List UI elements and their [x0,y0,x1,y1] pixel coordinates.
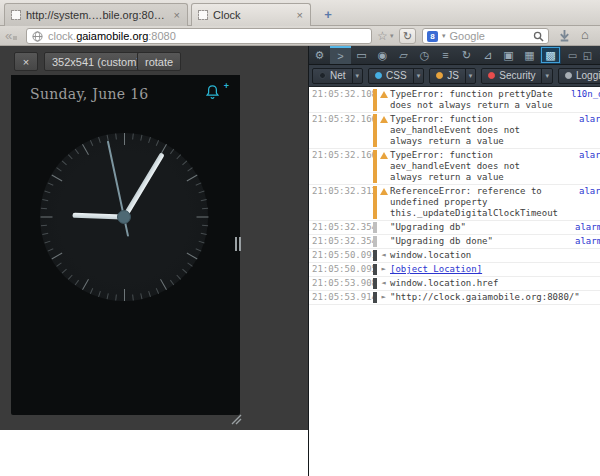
console-row: 21:05:53.914►"http://clock.gaiamobile.or… [309,291,600,305]
search-engine-dropdown-icon[interactable]: ▾ [442,32,446,40]
clear-icon[interactable]: ⊿ [477,46,498,64]
navigation-toolbar: « clock.gaiamobile.org:8080 ☆ ▾ ↻ 8 ▾ Go… [0,26,600,46]
alarm-bell-icon [204,83,221,101]
source-file-link[interactable]: alar [579,150,600,161]
profiler-icon[interactable]: ◷ [414,46,435,64]
style-editor-icon[interactable]: ▱ [393,46,414,64]
timestamp: 21:05:32.354 [309,236,373,247]
search-engine-icon[interactable]: 8 [427,31,438,42]
filter-button-net[interactable]: Net▾ [312,68,363,84]
console-message: TypeError: function prettyDatedoes not a… [390,89,553,111]
console-row: 21:05:32.166TypeError: functionaev_handl… [309,113,600,149]
filter-label: Net [330,70,346,81]
console-message: "Upgrading db" [390,222,466,233]
console-output: 21:05:32.108TypeError: function prettyDa… [309,88,600,476]
console-row: 21:05:50.095►[object Location] [309,263,600,277]
search-input[interactable]: 8 ▾ Google [422,28,549,44]
console-message: window.location [390,250,471,261]
analog-clock [38,131,210,303]
filter-dropdown-icon[interactable]: ▾ [413,69,424,83]
url-text: clock.gaiamobile.org:8080 [48,30,176,42]
dock-icon[interactable]: ▭ [565,46,580,64]
timestamp: 21:05:53.914 [309,292,373,303]
icon-cell [377,222,390,233]
result-arrow-icon: ► [377,264,390,275]
warning-icon [380,152,388,159]
tab-title: Clock [213,9,291,21]
console-row: 21:05:32.313ReferenceError: reference to… [309,185,600,221]
new-tab-button[interactable]: + [315,5,341,25]
tab-system-app[interactable]: http://system.…bile.org:8080/ × [4,3,188,26]
bookmark-star-icon[interactable]: ☆ [377,29,388,43]
devtools-panel: ⚙>▭◉▱◷≡↻⊿▣▦▩▭◱× Net▾CSS▾JS▾Security▾Logg… [308,46,600,476]
console-row: 21:05:50.091◄window.location [309,249,600,263]
console-row: 21:05:32.354"Upgrading db"alarms [309,221,600,235]
tab-close-icon[interactable]: × [296,9,304,21]
filter-label: Logging [576,70,600,81]
timestamp: 21:05:50.095 [309,264,373,275]
url-bar[interactable]: clock.gaiamobile.org:8080 [26,28,372,44]
downloads-icon[interactable] [558,29,571,42]
rdm-rotate-button[interactable]: rotate [137,52,181,71]
filter-dot-icon [565,72,572,79]
globe-icon [32,31,43,42]
filter-dropdown-icon[interactable]: ▾ [465,69,476,83]
icon-cell [377,236,390,247]
warning-icon-cell [377,89,390,111]
console-message: "http://clock.gaiamobile.org:8080/" [390,292,580,303]
options-gear-icon[interactable]: ⚙ [309,46,330,64]
filter-dot-icon [488,72,495,79]
network-icon[interactable]: ≡ [435,46,456,64]
3d-view-icon[interactable]: ▣ [498,46,519,64]
tab-clock[interactable]: Clock × [191,3,311,26]
reload-icon[interactable]: ↻ [456,46,477,64]
filter-button-security[interactable]: Security▾ [481,68,553,84]
warning-icon [380,91,388,98]
source-file-link[interactable]: alar [579,114,600,125]
timestamp: 21:05:32.166 [309,150,373,183]
clock-center-cap [117,210,131,224]
home-icon[interactable]: ⌂ [581,27,589,42]
source-file-link[interactable]: alarms [575,222,600,233]
debugger-pause-icon[interactable]: ◉ [372,46,393,64]
responsive-design-area: × 352x541 (custom)▾ rotate Sunday, June … [0,46,308,430]
filter-button-logging[interactable]: Logging▾ [558,68,600,84]
back-forward-button[interactable]: « [5,28,17,43]
tab-close-icon[interactable]: × [173,9,181,21]
calendar-icon[interactable]: ▦ [519,46,540,64]
timestamp: 21:05:32.108 [309,89,373,111]
source-file-link[interactable]: l10n_da [571,89,600,100]
rdm-close-button[interactable]: × [14,52,38,71]
app-manager-icon[interactable]: ▩ [540,46,561,64]
close-icon[interactable]: × [595,46,600,64]
source-file-link[interactable]: alarms [575,236,600,247]
tab-title: http://system.…bile.org:8080/ [26,9,168,21]
console-message: TypeError: functionaev_handleEvent does … [390,150,520,183]
new-alarm-button[interactable]: + [204,83,228,103]
console-row: 21:05:32.108TypeError: function prettyDa… [309,88,600,113]
popout-icon[interactable]: ◱ [580,46,595,64]
timestamp: 21:05:53.908 [309,278,373,289]
filter-dropdown-icon[interactable]: ▾ [352,69,363,83]
filter-dot-icon [436,72,443,79]
bookmark-dropdown-icon[interactable]: ▾ [390,32,394,40]
hour-tick [41,217,53,218]
warning-icon-cell [377,186,390,219]
plus-icon: + [224,81,229,91]
hour-tick [124,289,125,301]
inspector-icon[interactable]: ▭ [351,46,372,64]
timestamp: 21:05:50.091 [309,250,373,261]
search-placeholder: Google [450,30,529,42]
warning-icon [380,188,388,195]
filter-button-js[interactable]: JS▾ [429,68,476,84]
console-icon[interactable]: > [330,46,351,64]
source-file-link[interactable]: alar [579,186,600,197]
console-message: "Upgrading db done" [390,236,493,247]
filter-button-css[interactable]: CSS▾ [368,68,424,84]
object-link[interactable]: [object Location] [390,264,482,275]
search-icon[interactable] [533,31,544,42]
reload-button[interactable]: ↻ [399,28,416,44]
filter-dropdown-icon[interactable]: ▾ [541,69,552,83]
viewport-width-resize-handle[interactable] [235,237,241,251]
viewport-corner-resize-handle[interactable] [229,414,242,425]
